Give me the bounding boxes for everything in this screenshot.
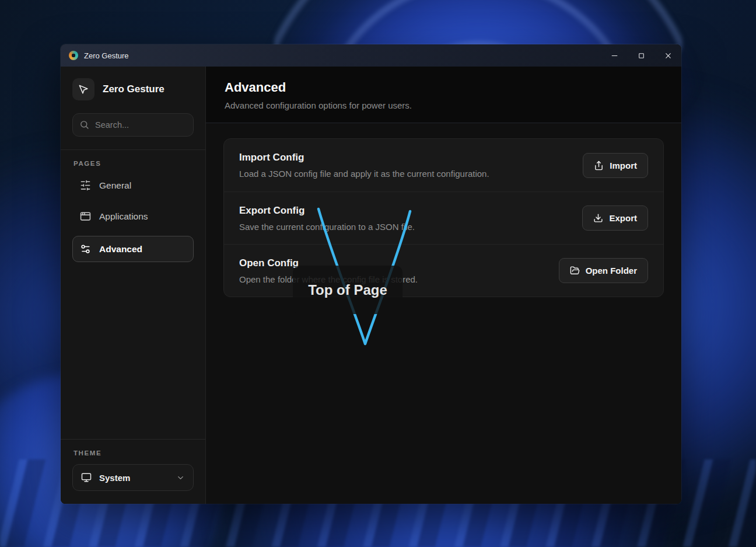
sidebar-logo-label: Zero Gesture: [103, 83, 164, 95]
open-folder-button[interactable]: Open Folder: [559, 258, 648, 283]
button-label: Open Folder: [586, 266, 637, 276]
row-title: Export Config: [239, 205, 415, 217]
row-description: Open the folder where the config file is…: [239, 274, 418, 284]
minimize-button[interactable]: [601, 44, 628, 67]
minimize-icon: [611, 52, 618, 60]
row-text: Open Config Open the folder where the co…: [239, 257, 418, 284]
export-button[interactable]: Export: [582, 205, 648, 231]
sidebar-nav: General Applications Advanced: [72, 174, 194, 262]
sidebar-divider: [61, 439, 205, 440]
chevron-down-icon: [176, 473, 185, 482]
desktop-wallpaper: Zero Gesture Zero G: [0, 0, 756, 547]
sidebar-divider: [61, 149, 205, 150]
import-config-row: Import Config Load a JSON config file an…: [224, 139, 663, 191]
sidebar-item-label: Applications: [99, 211, 148, 222]
theme-selected-value: System: [99, 473, 130, 483]
export-config-row: Export Config Save the current configura…: [224, 191, 663, 244]
titlebar-app-name: Zero Gesture: [84, 51, 129, 60]
close-button[interactable]: [654, 44, 681, 67]
page-content: Import Config Load a JSON config file an…: [206, 123, 681, 504]
sidebar-item-applications[interactable]: Applications: [72, 205, 194, 228]
theme-selector[interactable]: System: [72, 464, 194, 491]
row-title: Import Config: [239, 152, 489, 163]
sidebar-item-label: Advanced: [99, 244, 142, 255]
upload-icon: [594, 161, 604, 170]
open-config-row: Open Config Open the folder where the co…: [224, 244, 663, 297]
row-text: Import Config Load a JSON config file an…: [239, 152, 489, 179]
app-window-icon: [80, 211, 91, 222]
sidebar: Zero Gesture PAGES General: [61, 67, 206, 504]
sidebar-item-general[interactable]: General: [72, 174, 194, 197]
maximize-icon: [638, 52, 645, 60]
cursor-icon: [72, 78, 94, 100]
sidebar-item-advanced[interactable]: Advanced: [72, 236, 194, 262]
search-box: [72, 113, 194, 137]
import-button[interactable]: Import: [583, 153, 648, 178]
page-title: Advanced: [225, 80, 663, 95]
button-label: Export: [609, 213, 637, 223]
sidebar-logo-row: Zero Gesture: [72, 78, 194, 100]
search-icon: [79, 120, 89, 130]
download-icon: [593, 213, 603, 223]
search-input[interactable]: [72, 113, 194, 137]
row-description: Save the current configuration to a JSON…: [239, 222, 415, 232]
sidebar-item-label: General: [99, 180, 131, 191]
close-icon: [664, 52, 672, 60]
main-panel: Advanced Advanced configuration options …: [206, 67, 681, 504]
app-logo-icon: [69, 51, 78, 60]
theme-section-label: THEME: [74, 450, 194, 457]
sidebar-spacer: [72, 262, 194, 439]
row-text: Export Config Save the current configura…: [239, 205, 415, 232]
row-description: Load a JSON config file and apply it as …: [239, 169, 489, 179]
settings-icon: [80, 243, 91, 255]
monitor-icon: [81, 472, 92, 483]
pages-section-label: PAGES: [74, 160, 194, 167]
row-title: Open Config: [239, 257, 418, 269]
app-window: Zero Gesture Zero G: [61, 44, 681, 504]
page-subtitle: Advanced configuration options for power…: [225, 100, 663, 110]
titlebar: Zero Gesture: [61, 44, 681, 67]
app-body: Zero Gesture PAGES General: [61, 67, 681, 504]
folder-open-icon: [570, 266, 580, 276]
page-header: Advanced Advanced configuration options …: [206, 67, 681, 123]
maximize-button[interactable]: [628, 44, 654, 67]
window-controls: [601, 44, 681, 67]
config-card: Import Config Load a JSON config file an…: [223, 138, 664, 297]
sliders-icon: [80, 180, 91, 191]
button-label: Import: [610, 161, 637, 170]
